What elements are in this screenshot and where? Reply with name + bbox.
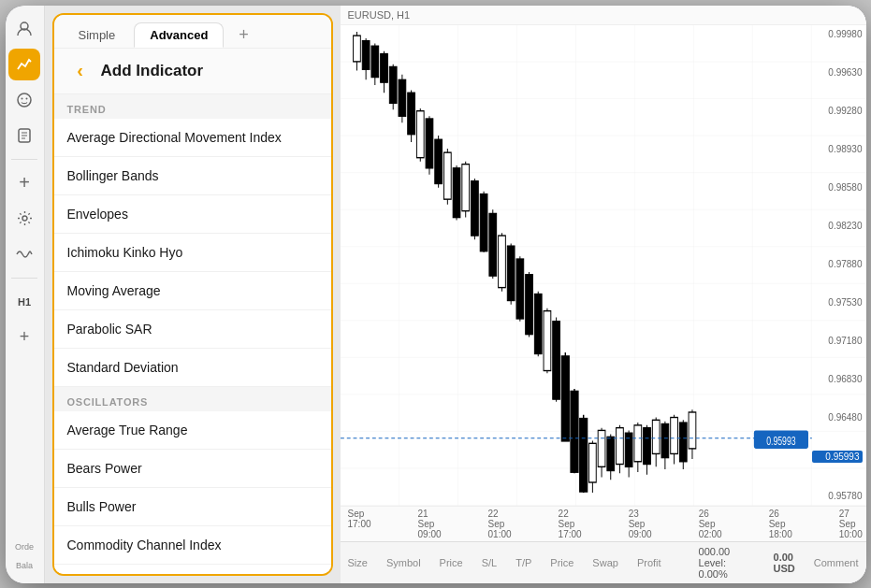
indicator-list: TREND Average Directional Movement Index… bbox=[54, 94, 331, 574]
svg-rect-69 bbox=[598, 430, 605, 466]
price-6: 0.97880 bbox=[812, 259, 863, 269]
section-oscillators-header: OSCILLATORS bbox=[54, 387, 331, 411]
col-swap: Swap bbox=[592, 557, 618, 568]
svg-rect-37 bbox=[453, 167, 460, 217]
svg-rect-81 bbox=[652, 420, 660, 453]
svg-point-8 bbox=[22, 216, 27, 221]
svg-rect-41 bbox=[471, 180, 478, 235]
svg-rect-15 bbox=[353, 36, 360, 62]
panel-title: Add Indicator bbox=[101, 62, 204, 80]
indicator-ichimoku[interactable]: Ichimoku Kinko Hyo bbox=[54, 234, 331, 272]
time-7: 27 Sep 10:00 bbox=[839, 509, 863, 539]
sidebar-gear-btn[interactable] bbox=[8, 203, 40, 235]
svg-rect-65 bbox=[579, 418, 587, 491]
price-0: 0.99980 bbox=[812, 29, 863, 39]
sidebar-doc-btn[interactable] bbox=[8, 120, 40, 151]
price-10: 0.96480 bbox=[812, 412, 863, 423]
tab-advanced[interactable]: Advanced bbox=[134, 22, 224, 48]
svg-rect-51 bbox=[515, 259, 523, 319]
sidebar-chart-btn[interactable] bbox=[8, 49, 40, 80]
indicator-cci[interactable]: Commodity Channel Index bbox=[54, 526, 331, 565]
price-5: 0.98230 bbox=[812, 221, 863, 231]
svg-rect-33 bbox=[434, 139, 442, 183]
indicator-envelopes[interactable]: Envelopes bbox=[54, 195, 331, 234]
svg-rect-53 bbox=[525, 274, 532, 334]
time-3: 22 Sep 17:00 bbox=[559, 509, 582, 539]
col-price: Price bbox=[440, 557, 463, 568]
svg-point-1 bbox=[18, 93, 31, 107]
svg-rect-89 bbox=[689, 411, 696, 448]
indicator-atr[interactable]: Average True Range bbox=[54, 411, 331, 450]
svg-rect-55 bbox=[534, 294, 542, 353]
svg-rect-21 bbox=[380, 53, 387, 82]
panel-header: ‹ Add Indicator bbox=[54, 49, 331, 94]
col-profit: Profit bbox=[637, 557, 661, 568]
svg-rect-57 bbox=[544, 310, 551, 370]
svg-rect-79 bbox=[643, 427, 650, 464]
device-frame: + H1 + Orde Bala Simple bbox=[6, 6, 866, 583]
price-highlight: 0.95993 bbox=[812, 451, 863, 463]
svg-rect-31 bbox=[426, 119, 433, 168]
svg-point-2 bbox=[22, 97, 23, 99]
price-2: 0.99280 bbox=[812, 106, 863, 116]
svg-rect-27 bbox=[407, 93, 414, 134]
sidebar-h1-label[interactable]: H1 bbox=[8, 286, 40, 318]
sidebar: + H1 + Orde Bala bbox=[6, 6, 45, 583]
svg-rect-63 bbox=[571, 391, 578, 471]
svg-rect-39 bbox=[461, 164, 469, 210]
sidebar-face-btn[interactable] bbox=[8, 84, 40, 116]
tab-simple[interactable]: Simple bbox=[64, 23, 131, 47]
tab-add-btn[interactable]: + bbox=[231, 22, 255, 47]
col-sl: S/L bbox=[482, 557, 498, 568]
time-6: 26 Sep 18:00 bbox=[769, 509, 792, 539]
svg-rect-23 bbox=[389, 66, 397, 103]
svg-rect-29 bbox=[416, 110, 424, 157]
time-scale: Sep 17:00 21 Sep 09:00 22 Sep 01:00 22 S… bbox=[341, 506, 866, 541]
indicator-ma[interactable]: Moving Average bbox=[54, 272, 331, 310]
svg-rect-73 bbox=[616, 427, 623, 464]
col-comment: Comment bbox=[814, 557, 859, 568]
indicator-demarker[interactable]: DeMarker bbox=[54, 565, 331, 574]
col-price2: Price bbox=[550, 557, 573, 568]
time-5: 26 Sep 02:00 bbox=[699, 509, 722, 539]
indicator-panel: Simple Advanced + ‹ Add Indicator TREND … bbox=[52, 13, 333, 576]
svg-rect-83 bbox=[661, 423, 669, 457]
chart-symbol: EURUSD, H1 bbox=[341, 6, 866, 25]
price-12: 0.95780 bbox=[812, 491, 863, 501]
indicator-bulls[interactable]: Bulls Power bbox=[54, 488, 331, 526]
indicator-parabolic[interactable]: Parabolic SAR bbox=[54, 310, 331, 349]
indicator-bollinger[interactable]: Bollinger Bands bbox=[54, 157, 331, 195]
svg-rect-45 bbox=[488, 213, 496, 276]
tab-bar: Simple Advanced + bbox=[54, 15, 331, 49]
indicator-admi[interactable]: Average Directional Movement Index bbox=[54, 119, 331, 157]
sidebar-balance-label: Bala bbox=[16, 561, 33, 576]
sidebar-plus-btn[interactable]: + bbox=[8, 167, 40, 199]
svg-rect-49 bbox=[507, 246, 515, 300]
divider-1 bbox=[11, 159, 37, 160]
indicator-stddev[interactable]: Standard Deviation bbox=[54, 349, 331, 387]
sidebar-add2-btn[interactable]: + bbox=[8, 322, 40, 353]
svg-rect-17 bbox=[362, 40, 370, 69]
svg-rect-59 bbox=[552, 321, 559, 398]
indicator-bears[interactable]: Bears Power bbox=[54, 450, 331, 488]
bottom-bar: Size Symbol Price S/L T/P Price Swap Pro… bbox=[341, 541, 866, 583]
chart-svg: 0.95993 bbox=[341, 25, 866, 506]
time-0: Sep 17:00 bbox=[348, 509, 371, 539]
sidebar-avatar[interactable] bbox=[8, 13, 40, 45]
svg-rect-25 bbox=[399, 79, 406, 116]
svg-rect-43 bbox=[480, 194, 487, 251]
sidebar-wave-btn[interactable] bbox=[8, 238, 40, 270]
chart-main[interactable]: 0.95993 0.99980 0.99630 0.99280 0.98930 … bbox=[341, 25, 866, 506]
time-4: 23 Sep 09:00 bbox=[629, 509, 652, 539]
divider-2 bbox=[11, 278, 37, 279]
profit-value: 0.00 USD bbox=[774, 552, 795, 574]
svg-rect-61 bbox=[561, 356, 569, 440]
svg-rect-77 bbox=[633, 424, 641, 461]
svg-rect-87 bbox=[679, 423, 687, 462]
svg-rect-85 bbox=[670, 417, 677, 453]
price-4: 0.98580 bbox=[812, 182, 863, 193]
svg-text:0.95993: 0.95993 bbox=[766, 434, 795, 447]
back-button[interactable]: ‹ bbox=[67, 58, 94, 84]
price-8: 0.97180 bbox=[812, 336, 863, 346]
price-scale: 0.99980 0.99630 0.99280 0.98930 0.98580 … bbox=[808, 25, 866, 506]
